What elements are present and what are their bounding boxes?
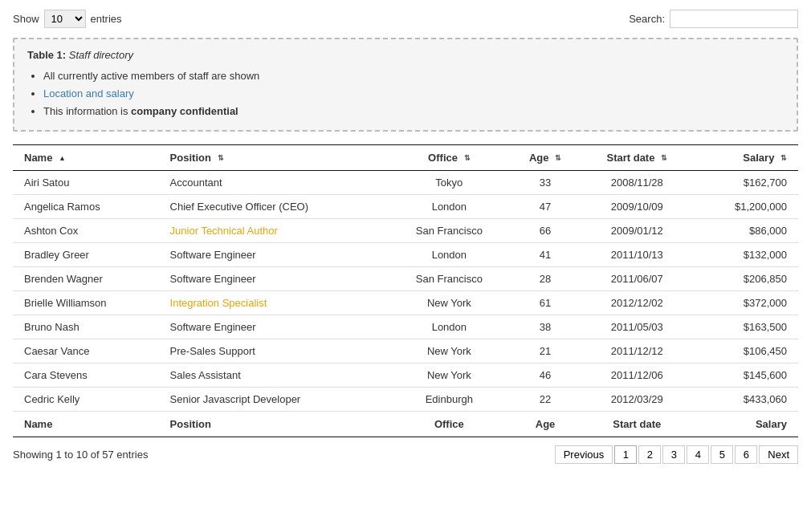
foot-col-age: Age (510, 412, 581, 437)
cell-name: Angelica Ramos (13, 195, 162, 219)
col-name[interactable]: Name ▲ (13, 145, 162, 171)
info-box: Table 1: Staff directory All currently a… (13, 38, 798, 132)
cell-salary: $206,850 (693, 267, 798, 291)
staff-table: Name ▲ Position ⇅ Office ⇅ Age (13, 144, 798, 437)
table-header: Name ▲ Position ⇅ Office ⇅ Age (13, 145, 798, 171)
location-salary-link[interactable]: Location and salary (43, 87, 134, 99)
cell-position: Software Engineer (162, 315, 389, 339)
table-row: Airi SatouAccountantTokyo332008/11/28$16… (13, 171, 798, 195)
col-age[interactable]: Age ⇅ (510, 145, 581, 171)
cell-office: New York (389, 363, 510, 388)
cell-office: San Francisco (389, 267, 510, 291)
cell-start_date: 2011/12/12 (581, 339, 693, 363)
col-position[interactable]: Position ⇅ (162, 145, 389, 171)
sort-arrow-name: ▲ (59, 155, 66, 162)
confidential-text-bold: company confidential (131, 105, 238, 117)
table-label: Table 1: (27, 49, 66, 61)
cell-position: Pre-Sales Support (162, 339, 389, 363)
search-label: Search: (629, 13, 665, 25)
cell-start_date: 2009/10/09 (581, 195, 693, 219)
table-footer: Name Position Office Age Start date Sala… (13, 412, 798, 437)
cell-position: Integration Specialist (162, 291, 389, 315)
cell-age: 46 (510, 363, 581, 388)
cell-name: Cara Stevens (13, 363, 162, 388)
search-input[interactable] (670, 10, 798, 28)
table-row: Ashton CoxJunior Technical AuthorSan Fra… (13, 219, 798, 243)
cell-start_date: 2012/03/29 (581, 388, 693, 412)
col-start-date[interactable]: Start date ⇅ (581, 145, 693, 171)
cell-name: Brielle Williamson (13, 291, 162, 315)
cell-start_date: 2011/06/07 (581, 267, 693, 291)
info-list: All currently active members of staff ar… (27, 67, 784, 120)
page-btn-4[interactable]: 4 (687, 445, 709, 464)
cell-office: Tokyo (389, 171, 510, 195)
cell-name: Airi Satou (13, 171, 162, 195)
cell-office: London (389, 315, 510, 339)
table-row: Bruno NashSoftware EngineerLondon382011/… (13, 315, 798, 339)
cell-age: 47 (510, 195, 581, 219)
cell-start_date: 2012/12/02 (581, 291, 693, 315)
cell-salary: $162,700 (693, 171, 798, 195)
page-btn-2[interactable]: 2 (638, 445, 661, 464)
cell-start_date: 2011/10/13 (581, 243, 693, 267)
confidential-text-before: This information is (43, 105, 131, 117)
showing-entries: Showing 1 to 10 of 57 entries (13, 449, 148, 461)
cell-start_date: 2011/12/06 (581, 363, 693, 388)
info-list-item-2: Location and salary (43, 85, 784, 103)
cell-office: New York (389, 291, 510, 315)
cell-position: Software Engineer (162, 243, 389, 267)
cell-office: New York (389, 339, 510, 363)
page-btn-5[interactable]: 5 (711, 445, 733, 464)
page-btn-6[interactable]: 6 (735, 445, 757, 464)
cell-age: 61 (510, 291, 581, 315)
sort-arrow-start-date: ⇅ (661, 155, 667, 162)
cell-start_date: 2008/11/28 (581, 171, 693, 195)
cell-office: London (389, 243, 510, 267)
cell-salary: $145,600 (693, 363, 798, 388)
table-row: Brenden WagnerSoftware EngineerSan Franc… (13, 267, 798, 291)
cell-age: 38 (510, 315, 581, 339)
entries-label: entries (91, 13, 122, 25)
cell-office: London (389, 195, 510, 219)
cell-start_date: 2009/01/12 (581, 219, 693, 243)
cell-age: 22 (510, 388, 581, 412)
col-salary[interactable]: Salary ⇅ (693, 145, 798, 171)
cell-age: 66 (510, 219, 581, 243)
prev-button[interactable]: Previous (555, 445, 613, 464)
next-button[interactable]: Next (759, 445, 798, 464)
table-body: Airi SatouAccountantTokyo332008/11/28$16… (13, 171, 798, 412)
cell-salary: $86,000 (693, 219, 798, 243)
table-row: Brielle WilliamsonIntegration Specialist… (13, 291, 798, 315)
table-row: Bradley GreerSoftware EngineerLondon4120… (13, 243, 798, 267)
cell-name: Ashton Cox (13, 219, 162, 243)
entries-select[interactable]: 102550100 (44, 10, 86, 28)
cell-position: Chief Executive Officer (CEO) (162, 195, 389, 219)
cell-name: Brenden Wagner (13, 267, 162, 291)
table-row: Angelica RamosChief Executive Officer (C… (13, 195, 798, 219)
cell-position: Sales Assistant (162, 363, 389, 388)
col-office[interactable]: Office ⇅ (389, 145, 510, 171)
bottom-controls: Showing 1 to 10 of 57 entries Previous12… (13, 445, 798, 464)
page-btn-1[interactable]: 1 (614, 445, 637, 464)
foot-col-office: Office (389, 412, 510, 437)
foot-col-name: Name (13, 412, 162, 437)
sort-arrow-salary: ⇅ (780, 155, 787, 162)
table-row: Cedric KellySenior Javascript DeveloperE… (13, 388, 798, 412)
cell-age: 28 (510, 267, 581, 291)
cell-office: San Francisco (389, 219, 510, 243)
show-entries-control: Show 102550100 entries (13, 10, 122, 28)
top-controls: Show 102550100 entries Search: (13, 10, 798, 28)
cell-name: Bruno Nash (13, 315, 162, 339)
cell-salary: $372,000 (693, 291, 798, 315)
cell-start_date: 2011/05/03 (581, 315, 693, 339)
foot-col-position: Position (162, 412, 389, 437)
search-box: Search: (629, 10, 798, 28)
cell-name: Bradley Greer (13, 243, 162, 267)
header-row: Name ▲ Position ⇅ Office ⇅ Age (13, 145, 798, 171)
page-btn-3[interactable]: 3 (662, 445, 685, 464)
cell-salary: $1,200,000 (693, 195, 798, 219)
cell-salary: $163,500 (693, 315, 798, 339)
sort-arrow-age: ⇅ (555, 155, 561, 162)
cell-position: Software Engineer (162, 267, 389, 291)
footer-row: Name Position Office Age Start date Sala… (13, 412, 798, 437)
